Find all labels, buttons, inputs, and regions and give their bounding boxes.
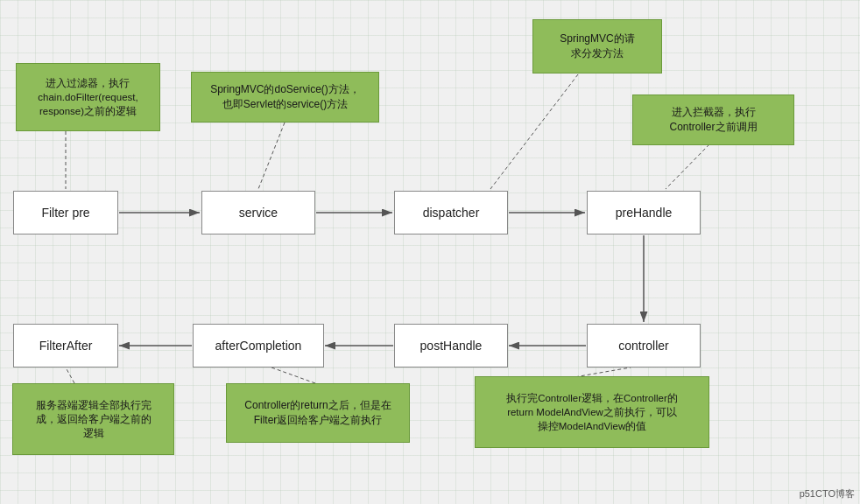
svg-line-9 — [258, 122, 285, 189]
svg-line-12 — [66, 368, 74, 383]
filter-pre-box: Filter pre — [13, 191, 118, 234]
anno-service-box: SpringMVC的doService()方法，也即Servlet的servic… — [191, 72, 379, 122]
anno-filterafter-box: 服务器端逻辑全部执行完成，返回给客户端之前的逻辑 — [12, 383, 174, 455]
svg-line-13 — [271, 368, 315, 383]
aftercompletion-box: afterCompletion — [193, 324, 324, 368]
service-box: service — [201, 191, 315, 234]
svg-line-10 — [490, 74, 578, 189]
anno-dispatcher-box: SpringMVC的请求分发方法 — [532, 19, 662, 74]
watermark: p51CTO博客 — [800, 487, 855, 500]
filterafter-box: FilterAfter — [13, 324, 118, 368]
controller-box: controller — [587, 324, 701, 368]
anno-controller-box: 执行完Controller逻辑，在Controller的return Model… — [475, 376, 709, 448]
svg-line-11 — [666, 144, 709, 189]
anno-aftercompletion-box: Controller的return之后，但是在Filter返回给客户端之前执行 — [226, 383, 410, 443]
dispatcher-box: dispatcher — [394, 191, 508, 234]
prehandle-box: preHandle — [587, 191, 701, 234]
posthandle-box: postHandle — [394, 324, 508, 368]
diagram-canvas: Filter pre service dispatcher preHandle … — [0, 0, 860, 504]
anno-filter-pre-box: 进入过滤器，执行chain.doFilter(request,response)… — [16, 63, 160, 131]
anno-prehandle-box: 进入拦截器，执行Controller之前调用 — [632, 94, 794, 145]
